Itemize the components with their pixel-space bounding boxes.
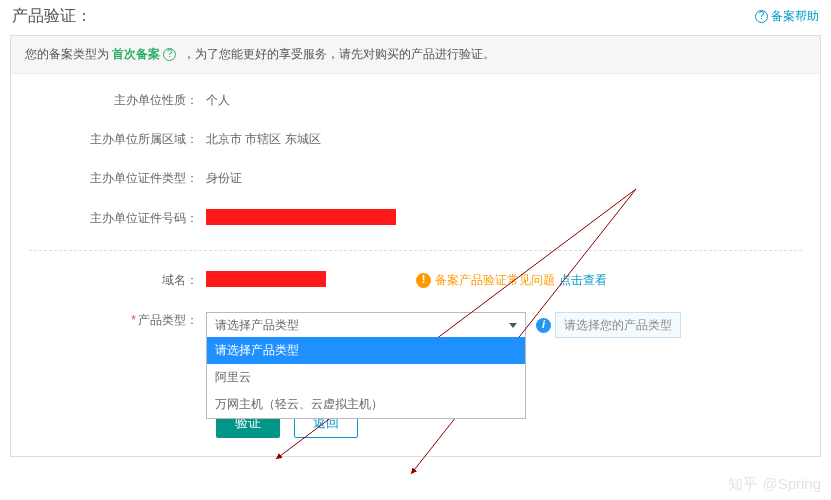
redacted-bar (206, 209, 396, 225)
value-domain (206, 271, 326, 290)
value-idno (206, 209, 396, 228)
label-idtype: 主办单位证件类型： (11, 170, 206, 187)
tip-text: 请选择您的产品类型 (555, 312, 681, 338)
option-placeholder[interactable]: 请选择产品类型 (207, 337, 525, 364)
faq-text: 备案产品验证常见问题 (435, 272, 555, 289)
help-link-text: 备案帮助 (771, 8, 819, 25)
label-product-type: 产品类型： (11, 312, 206, 329)
watermark: 知乎 @Spring (728, 475, 821, 494)
redacted-bar (206, 271, 326, 287)
product-type-tip: 请选择您的产品类型 (536, 312, 681, 338)
notice-first: 首次备案 (112, 47, 160, 61)
faq-click-link[interactable]: 点击查看 (559, 272, 607, 289)
label-region: 主办单位所属区域： (11, 131, 206, 148)
main-panel: 您的备案类型为 首次备案 ，为了您能更好的享受服务，请先对购买的产品进行验证。 … (10, 35, 821, 457)
notice-post: ，为了您能更好的享受服务，请先对购买的产品进行验证。 (179, 47, 494, 61)
value-region: 北京市 市辖区 东城区 (206, 131, 321, 148)
notice-pre: 您的备案类型为 (25, 47, 112, 61)
page-title: 产品验证： (12, 6, 92, 27)
help-icon (755, 10, 768, 23)
option-aliyun[interactable]: 阿里云 (207, 364, 525, 391)
question-icon[interactable] (163, 48, 176, 61)
product-type-dropdown: 请选择产品类型 阿里云 万网主机（轻云、云虚拟主机） (206, 337, 526, 419)
value-nature: 个人 (206, 92, 230, 109)
help-link[interactable]: 备案帮助 (755, 8, 819, 25)
notice-bar: 您的备案类型为 首次备案 ，为了您能更好的享受服务，请先对购买的产品进行验证。 (11, 36, 820, 74)
label-idno: 主办单位证件号码： (11, 210, 206, 227)
label-nature: 主办单位性质： (11, 92, 206, 109)
label-domain: 域名： (11, 272, 206, 289)
divider (29, 250, 802, 251)
faq-hint: 备案产品验证常见问题 点击查看 (416, 272, 607, 289)
value-idtype: 身份证 (206, 170, 242, 187)
product-type-select[interactable]: 请选择产品类型 (206, 312, 526, 338)
warning-icon (416, 273, 431, 288)
info-icon (536, 318, 551, 333)
option-wanwang[interactable]: 万网主机（轻云、云虚拟主机） (207, 391, 525, 418)
